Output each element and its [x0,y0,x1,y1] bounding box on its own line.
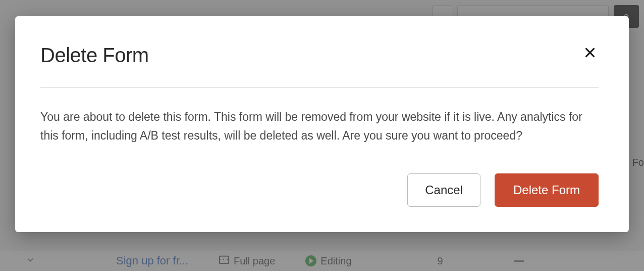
close-icon [583,46,597,59]
cancel-button[interactable]: Cancel [407,173,480,207]
modal-body-text: You are about to delete this form. This … [40,108,599,146]
delete-form-modal: Delete Form You are about to delete this… [15,16,629,232]
delete-form-button[interactable]: Delete Form [495,173,599,207]
close-button[interactable] [581,44,599,61]
modal-header: Delete Form [40,44,599,67]
modal-title: Delete Form [40,44,149,67]
modal-divider [40,87,599,87]
modal-footer: Cancel Delete Form [40,173,599,207]
